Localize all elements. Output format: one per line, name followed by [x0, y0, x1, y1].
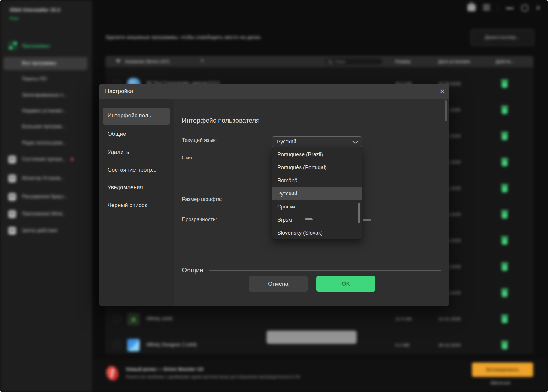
search-placeholder: Поиск: [335, 59, 345, 64]
tab-blacklist[interactable]: Черный список: [108, 202, 147, 208]
sidebar-item-logged-programs[interactable]: Залогированные п...: [22, 92, 67, 98]
language-select-value: Русский: [277, 139, 296, 145]
programs-grid-icon: [9, 42, 17, 50]
dropdown-option[interactable]: Slovenský (Slovak): [272, 226, 362, 239]
tab-general[interactable]: Общие: [108, 131, 126, 137]
uninstall-trash-icon[interactable]: [501, 315, 508, 323]
language-select[interactable]: Русский: [272, 136, 362, 147]
sidebar-item-action-center[interactable]: Центр действия: [22, 228, 57, 233]
sidebar-item-all-programs[interactable]: Все программы: [22, 61, 56, 66]
settings-dialog: Настройки × Интерфейс поль... Общие Удал…: [99, 84, 449, 306]
opacity-slider-handle[interactable]: [305, 218, 313, 220]
program-name: Affinity Designer 2 (x64): [146, 342, 197, 347]
column-size-header[interactable]: Размер: [395, 59, 411, 64]
install-monitor-icon: [8, 175, 16, 182]
action-center-icon: [8, 227, 16, 235]
program-date: 22.01.2026: [438, 316, 461, 321]
dropdown-option[interactable]: Српски: [272, 200, 362, 213]
row-checkbox[interactable]: [114, 342, 120, 348]
menu-icon[interactable]: [483, 4, 490, 11]
search-icon: [328, 60, 332, 64]
uninstall-trash-icon[interactable]: [501, 132, 508, 140]
opacity-label: Прозрачность:: [182, 216, 217, 223]
sidebar-item-browser-extensions[interactable]: Расширения брауз...: [22, 194, 67, 199]
uninstall-button[interactable]: Деинсталлер...: [471, 29, 534, 46]
section-heading-interface: Интерфейс пользователя: [182, 117, 441, 124]
font-size-label: Размер шрифта:: [182, 196, 222, 203]
table-header: Название (Всего 437) ⇅ Поиск Размер Дата…: [105, 56, 533, 67]
windows-apps-icon: [8, 210, 16, 218]
sort-icon[interactable]: ⇅: [201, 58, 204, 63]
close-button[interactable]: ×: [536, 3, 540, 12]
program-size: 5.2 MB: [395, 342, 410, 347]
uninstall-trash-icon[interactable]: [501, 106, 508, 114]
maximize-button[interactable]: [522, 5, 528, 11]
filter-icon[interactable]: [116, 60, 121, 63]
sidebar-item-install-monitor[interactable]: Монитор Установ...: [22, 176, 64, 181]
dropdown-option[interactable]: Română: [272, 174, 362, 187]
dialog-titlebar: [99, 84, 449, 99]
app-title: IObit Uninstaller 15.3: [10, 7, 60, 13]
chevron-down-icon: [353, 139, 358, 144]
sidebar-item-program-health[interactable]: Состояние програ...: [22, 157, 66, 162]
language-dropdown-list: Portuguese (Brazil) Português (Portugal)…: [272, 148, 362, 240]
dropdown-scrollbar-thumb[interactable]: [358, 203, 360, 223]
tooltip-remnant: [267, 331, 357, 344]
program-name: Affinity (x64): [146, 316, 173, 321]
row-checkbox[interactable]: [114, 316, 120, 322]
promo-title: Новый релиз — Driver Booster 13!: [126, 366, 204, 372]
program-date: 28.10.2025: [438, 342, 461, 347]
sidebar-section-programs[interactable]: Программы: [22, 43, 50, 49]
heading-divider: [209, 270, 441, 271]
enter-code-link[interactable]: Ввести код: [491, 380, 510, 385]
column-actions-header: Действ...: [496, 59, 514, 64]
program-health-icon: [8, 156, 16, 163]
app-icon-affinity: a: [127, 313, 140, 325]
uninstall-trash-icon[interactable]: [501, 210, 508, 219]
uninstall-trash-icon[interactable]: [501, 236, 508, 245]
notification-dot: [71, 158, 73, 161]
uninstall-trash-icon[interactable]: [501, 184, 508, 192]
dropdown-option-selected[interactable]: Русский: [272, 187, 362, 200]
uninstall-trash-icon[interactable]: [501, 289, 508, 297]
skin-label: Скин:: [182, 155, 195, 161]
activate-button[interactable]: Активировать: [472, 363, 533, 377]
program-size: 10.9 MB: [395, 316, 412, 321]
opacity-slider-track[interactable]: [363, 219, 371, 221]
app-icon-affinity-designer: [127, 339, 140, 351]
sidebar-item-large-programs[interactable]: Большие програм...: [22, 124, 65, 129]
uninstall-trash-icon[interactable]: [501, 341, 508, 349]
app-plan-badge: Free: [10, 16, 19, 21]
heading-divider: [265, 121, 441, 121]
language-label: Текущий язык:: [182, 137, 217, 143]
cancel-button[interactable]: Отмена: [249, 276, 308, 292]
promo-subtitle: Решите все проблемы с драйверами одним щ…: [126, 375, 301, 379]
tab-notifications[interactable]: Уведомления: [108, 184, 143, 191]
sidebar-item-rarely-used[interactable]: Редко используем...: [22, 140, 66, 146]
dropdown-option[interactable]: Srpski: [272, 213, 362, 226]
dialog-title: Настройки: [105, 88, 133, 94]
page-title: Удалите ненужные программы, чтобы освобо…: [105, 34, 262, 40]
dialog-close-icon[interactable]: ×: [440, 86, 445, 97]
sidebar-item-recently-installed[interactable]: Недавно установл...: [22, 108, 66, 113]
sidebar-item-windows-apps[interactable]: Приложения Wind...: [22, 211, 66, 216]
tab-program-health[interactable]: Состояние прогр...: [108, 167, 157, 173]
section-heading-general-text: Общие: [182, 266, 203, 274]
dropdown-option[interactable]: Português (Portugal): [272, 161, 362, 174]
dialog-scrollbar-thumb[interactable]: [445, 100, 447, 121]
sidebar-item-software-packages[interactable]: Пакеты ПО: [22, 76, 47, 82]
section-heading-interface-text: Интерфейс пользователя: [182, 117, 259, 124]
column-name-header[interactable]: Название (Всего 437): [125, 59, 169, 64]
tab-user-interface[interactable]: Интерфейс поль...: [108, 112, 156, 119]
search-input[interactable]: Поиск: [325, 58, 383, 65]
ok-button[interactable]: OK: [316, 276, 375, 292]
tab-uninstall[interactable]: Удалить: [108, 149, 129, 155]
section-heading-general: Общие: [182, 266, 441, 274]
uninstall-trash-icon[interactable]: [501, 263, 508, 271]
uninstall-trash-icon[interactable]: [501, 80, 508, 88]
store-icon[interactable]: [467, 4, 476, 11]
column-date-header[interactable]: Дата установки: [438, 59, 470, 64]
dropdown-option[interactable]: Portuguese (Brazil): [272, 148, 362, 161]
uninstall-trash-icon[interactable]: [501, 158, 508, 166]
minimize-button[interactable]: [506, 8, 514, 9]
